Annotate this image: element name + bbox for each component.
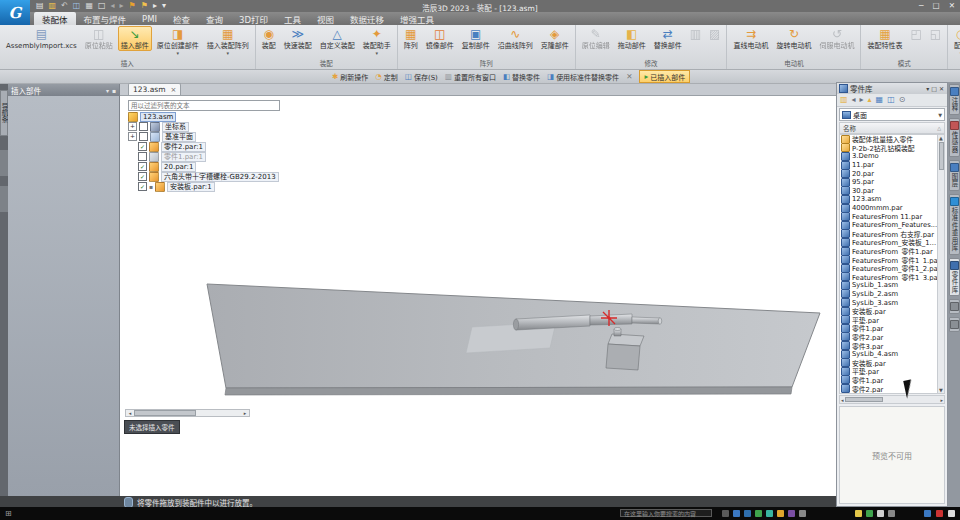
close-icon[interactable]: ✕ <box>938 85 945 92</box>
viewport-horizontal-scrollbar[interactable]: ◂ ▸ <box>125 409 250 417</box>
file-list-item[interactable]: SysLib_3.asm <box>841 298 937 307</box>
scroll-right-icon[interactable]: ▸ <box>241 410 249 416</box>
fast-assemble-button[interactable]: ≫快速装配 <box>281 26 315 51</box>
file-list-item[interactable]: FeaturesFrom_零件1.par <box>841 247 937 256</box>
close-command-item[interactable]: ✕ <box>626 72 632 81</box>
assembly-feature-table-button[interactable]: ▦装配特性表 <box>864 26 905 51</box>
model-viewport[interactable]: 123.asm+坐标系+基准平面✓零件2.par:1零件1.par:1✓20.p… <box>120 96 836 496</box>
file-list-item[interactable]: 30.par <box>841 187 937 196</box>
scrollbar-thumb[interactable] <box>845 397 883 402</box>
rotary-motor-button[interactable]: ↻旋转电动机 <box>773 26 814 51</box>
tab-sensors[interactable]: 传感器 <box>949 118 960 157</box>
replace-with-standard-item[interactable]: ◨使用标准件替换零件 <box>547 72 619 82</box>
mode-tool-1-button[interactable]: ◰ <box>907 26 924 43</box>
search-icon[interactable]: ⊙ <box>899 95 906 105</box>
assembly-assistant-button[interactable]: ✦装配助手▾ <box>360 26 394 57</box>
servo-motor-button[interactable]: ↺伺服电动机 <box>816 26 857 51</box>
scroll-up-icon[interactable]: ▲ <box>939 135 943 141</box>
custom-assemble-button[interactable]: △自定义装配 <box>317 26 358 51</box>
column-header-name[interactable]: 名称 △ <box>839 122 945 134</box>
file-list-item[interactable]: FeaturesFrom 11.par <box>841 212 937 221</box>
autohide-pin-icon[interactable]: □ <box>930 85 938 92</box>
replace-part-item[interactable]: ◧替换零件 <box>503 72 540 82</box>
inserted-parts-item[interactable]: ▸已插入部件 <box>639 70 690 83</box>
tab-feature-library[interactable] <box>949 299 960 314</box>
app-logo[interactable]: G <box>0 0 30 25</box>
taskbar-app-5[interactable] <box>766 510 773 517</box>
assemble-button[interactable]: ◉装配 <box>259 26 279 51</box>
left-side-tab-3[interactable] <box>0 186 8 212</box>
base-plate-front-edge[interactable] <box>225 387 792 395</box>
tray-icon-1[interactable] <box>855 510 862 517</box>
modify-tool-2-button[interactable]: ▨ <box>706 26 723 43</box>
tray-ime-icon[interactable] <box>936 510 943 517</box>
left-side-tab[interactable]: 导航条 <box>0 90 8 136</box>
tree-checkbox[interactable] <box>138 152 147 161</box>
tray-icon-3[interactable] <box>877 510 884 517</box>
tab-parts-library[interactable]: 零件库 <box>949 258 960 297</box>
scroll-left-icon[interactable]: ◂ <box>126 410 134 416</box>
tree-checkbox[interactable]: ✓ <box>138 142 147 151</box>
file-list-horizontal-scrollbar[interactable]: ◂ ▸ <box>839 395 945 404</box>
start-button[interactable]: ⊞ <box>5 509 12 519</box>
cylinder-rod[interactable] <box>632 317 660 324</box>
create-part-in-place-button[interactable]: ◨原位创建部件▾ <box>154 26 202 57</box>
back-icon[interactable]: ◂ <box>852 95 856 105</box>
preview-toggle-icon[interactable]: ◫ <box>887 95 895 105</box>
insert-assembly-pattern-button[interactable]: ▦插入装配阵列▾ <box>204 26 252 57</box>
tab-data-migration[interactable]: 数据迁移 <box>342 12 392 25</box>
file-list-vertical-scrollbar[interactable]: ▲ ▼ <box>937 135 944 393</box>
tab-assembly[interactable]: 装配体 <box>34 12 76 25</box>
tree-item[interactable]: ✓▪安装板.par:1 <box>128 182 328 191</box>
file-list-item[interactable]: 零件2.par <box>841 333 937 342</box>
file-list-item[interactable]: 安装板.par <box>841 358 937 367</box>
reset-windows-item[interactable]: ▥重置所有窗口 <box>445 72 496 82</box>
tray-chevron-icon[interactable] <box>924 510 931 517</box>
duplicate-components-button[interactable]: ▣复制部件 <box>459 26 493 51</box>
forward-icon[interactable]: ▸ <box>860 95 864 105</box>
file-list-item[interactable]: FeaturesFrom_零件1_1.par <box>841 255 937 264</box>
assembly-import-button[interactable]: ▤AssemblyImport.xcs <box>3 26 80 51</box>
file-list-item[interactable]: FeaturesFrom_安装板_1... <box>841 238 937 247</box>
document-tab[interactable]: 123.asm × <box>128 83 181 95</box>
refresh-operations-item[interactable]: ✱刷新操作 <box>332 72 368 82</box>
modify-tool-1-button[interactable]: ▥ <box>687 26 704 43</box>
file-list-item[interactable]: FeaturesFrom_零件1_3.par <box>841 273 937 282</box>
left-side-tab-2[interactable] <box>0 150 8 176</box>
tab-standard-parts-library[interactable]: 标准件重用库 <box>949 194 960 255</box>
tree-checkbox[interactable] <box>139 122 148 131</box>
file-list-item[interactable]: SysLib_4.asm <box>841 350 937 359</box>
taskbar-app-6[interactable] <box>777 510 784 517</box>
pin-icon[interactable]: ▪ <box>112 87 116 94</box>
pattern-button[interactable]: ▦阵列 <box>401 26 421 51</box>
mode-tool-2-button[interactable]: ◱ <box>927 26 944 43</box>
scroll-down-icon[interactable]: ▼ <box>939 387 943 393</box>
tree-item[interactable]: 零件1.par:1 <box>128 152 328 161</box>
views-icon[interactable]: ▦ <box>876 95 884 105</box>
close-document-icon[interactable]: × <box>171 86 177 94</box>
tree-filter-input[interactable] <box>128 100 280 111</box>
scroll-right-icon[interactable]: ▸ <box>940 397 943 403</box>
mirror-components-button[interactable]: ◫镜像部件 <box>423 26 457 51</box>
file-list-item[interactable]: 零件1.par <box>841 324 937 333</box>
tab-pmi[interactable]: PMI <box>134 12 165 25</box>
tab-inspect[interactable]: 检查 <box>165 12 198 25</box>
tab-query[interactable]: 查询 <box>198 12 231 25</box>
tab-layers[interactable]: 图层 <box>949 160 960 191</box>
file-list-item[interactable]: FeaturesFrom_零件1_2.par <box>841 264 937 273</box>
tree-item[interactable]: ✓零件2.par:1 <box>128 142 328 151</box>
tab-extra-tools[interactable]: 增强工具 <box>392 12 442 25</box>
tab-tools[interactable]: 工具 <box>276 12 309 25</box>
up-level-icon[interactable]: ▴ <box>868 95 872 105</box>
file-list-item[interactable]: P-2b-2钻孔钻模装配 <box>841 144 937 153</box>
file-list-item[interactable]: FeaturesFrom_Features... <box>841 221 937 230</box>
tree-checkbox[interactable]: ✓ <box>138 162 147 171</box>
file-list-item[interactable]: 零件1.par <box>841 376 937 385</box>
taskbar-app-1[interactable] <box>722 510 729 517</box>
tree-item[interactable]: ✓20.par:1 <box>128 162 328 171</box>
clone-components-button[interactable]: ◈克隆部件 <box>538 26 572 51</box>
expander-icon[interactable]: + <box>128 122 137 131</box>
taskbar-app-4[interactable] <box>755 510 762 517</box>
tab-layout-weldment[interactable]: 布置与焊件 <box>76 12 135 25</box>
scrollbar-thumb[interactable] <box>939 142 944 170</box>
